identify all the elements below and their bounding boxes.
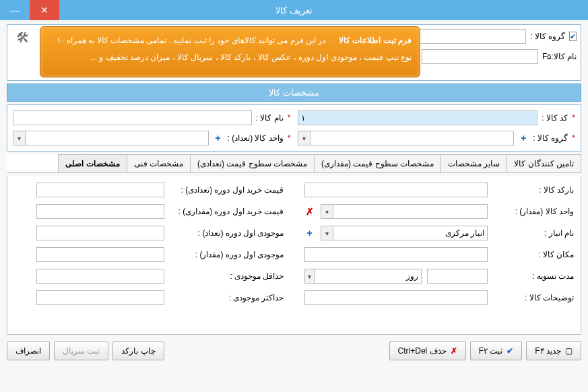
buy1-input[interactable] [36,183,164,197]
name-label: نام کالا:F۵ [542,52,577,61]
settle-unit-combo[interactable] [314,269,422,284]
unitqty-label: واحد کالا (مقدار) : [493,207,574,216]
max-input[interactable] [36,290,164,305]
tab-content: بارکد کالا : واحد کالا (مقدار) : ▾ ✗ نام… [7,176,581,335]
plus-icon[interactable]: + [518,133,529,143]
warehouse-combo[interactable] [333,226,488,240]
unit-label: واحد کالا (تعداد) : [228,133,284,143]
cancel-button[interactable]: انصراف [7,341,50,360]
plus-icon[interactable]: + [304,228,315,238]
chevron-down-icon[interactable]: ▾ [321,204,333,219]
footer: ▢جدید F۴ ✔ثبت F۲ ✗حذف Ctrl+Del چاپ بارکد… [7,337,581,364]
window-controls: ✕ — [0,0,59,20]
unitqty-combo[interactable] [333,204,488,219]
barcode-input[interactable] [304,183,488,197]
chevron-down-icon[interactable]: ▾ [321,226,333,240]
warehouse-label: نام انبار : [493,228,574,238]
delete-button[interactable]: ✗حذف Ctrl+Del [389,341,466,360]
required-icon: * [288,113,291,123]
inv2-label: موجودی اول دوره (مقدار) : [170,250,284,259]
new-button[interactable]: ▢جدید F۴ [526,341,581,360]
name2-label: نام کالا : [256,113,284,123]
group-label: گروه کالا : [530,32,565,41]
buy2-input[interactable] [36,204,164,219]
unit-combo[interactable] [25,131,209,145]
tab-other[interactable]: سایر مشخصات [440,154,507,172]
desc-input[interactable] [304,290,488,305]
plus-icon[interactable]: + [213,133,224,143]
tabs: تامین کنندگان کالا سایر مشخصات مشخصات سط… [7,154,581,173]
close-icon: ✗ [451,346,457,356]
tab-pricelevels-count[interactable]: مشخصات سطوح قیمت (تعدادی) [190,154,315,172]
required-icon: * [572,133,575,143]
group-checkbox[interactable]: ✔ [569,32,577,41]
tab-pricelevels-qty[interactable]: مشخصات سطوح قیمت (مقداری) [314,154,441,172]
inv1-label: موجودی اول دوره (تعداد) : [170,228,284,238]
inv1-input[interactable] [36,226,164,240]
minimize-button[interactable]: — [0,0,30,20]
name-input[interactable] [422,49,538,64]
check-icon: ✔ [507,346,513,356]
properties-panel: * کد کالا : * نام کالا : * گروه کالا : +… [7,104,581,152]
min-label: حداقل موجودی : [170,271,284,281]
tab-suppliers[interactable]: تامین کنندگان کالا [507,154,581,172]
code-label: کد کالا : [542,113,568,123]
required-icon: * [288,133,291,143]
code-input[interactable] [298,110,538,125]
desc-label: توضیحات کالا : [493,293,574,302]
window-titlebar: تعریف کالا ✕ — [0,0,588,20]
help-title: فرم ثبت اطلاعات کالا [339,36,412,45]
group2-label: گروه کالا : [533,133,568,143]
inv2-input[interactable] [36,247,164,262]
close-button[interactable]: ✕ [30,0,59,20]
name2-input[interactable] [13,110,252,125]
buy1-label: قیمت خرید اول دوره (تعدادی) : [170,185,284,195]
settle-label: مدت تسویه : [493,271,574,281]
page-icon: ▢ [565,346,573,356]
tab-technical[interactable]: مشخصات فنی [127,154,191,172]
help-balloon: فرم ثبت اطلاعات کالا در این فرم می توانی… [40,26,420,77]
top-panel: ✔ گروه کالا : ▾ نام کالا:F۵ فرم ثبت اطلا… [7,24,581,81]
min-input[interactable] [36,269,164,284]
group-combo[interactable] [418,29,526,44]
required-icon: * [572,113,575,123]
wrench-icon[interactable]: 🛠 [14,29,32,46]
window-title: تعریف کالا [275,5,313,15]
chevron-down-icon[interactable]: ▾ [298,131,310,145]
delete-icon[interactable]: ✗ [304,206,315,217]
buy2-label: قیمت خرید اول دوره (مقداری) : [170,207,284,216]
print-barcode-button[interactable]: چاپ بارکد [112,341,164,360]
barcode-label: بارکد کالا : [493,185,574,195]
chevron-down-icon[interactable]: ▾ [13,131,25,145]
section-header: مشخصات کالا [7,84,581,102]
serial-button: ثبت سریال [54,341,108,360]
tab-main[interactable]: مشخصات اصلی [58,154,127,172]
max-label: حداکثر موجودی : [170,293,284,302]
group2-combo[interactable] [310,131,515,145]
location-label: مکان کالا : [493,250,574,259]
location-input[interactable] [304,247,488,262]
settle-input[interactable] [427,269,488,284]
save-button[interactable]: ✔ثبت F۲ [470,341,523,360]
chevron-down-icon[interactable]: ▾ [304,269,315,284]
